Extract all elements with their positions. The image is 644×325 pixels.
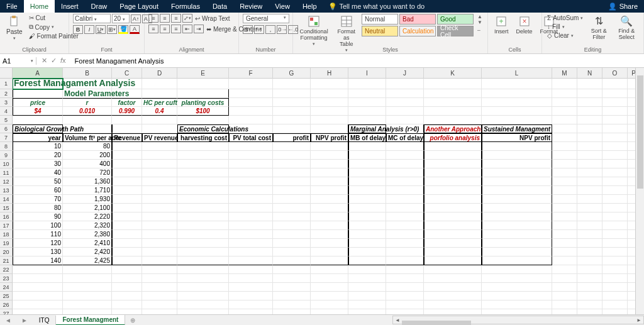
cell-H15[interactable] bbox=[311, 204, 348, 212]
cell-F11[interactable] bbox=[229, 168, 273, 177]
cell-L2[interactable] bbox=[482, 89, 552, 98]
cell-I19[interactable] bbox=[348, 239, 386, 248]
cell-I10[interactable] bbox=[348, 160, 386, 168]
cell-O26[interactable] bbox=[602, 300, 628, 309]
cell-N9[interactable] bbox=[577, 151, 602, 160]
style-good[interactable]: Good bbox=[437, 14, 474, 25]
cell-I23[interactable] bbox=[348, 274, 386, 283]
cell-H3[interactable] bbox=[311, 98, 348, 107]
cell-O3[interactable] bbox=[602, 98, 628, 107]
cell-H4[interactable] bbox=[311, 107, 348, 116]
cell-M2[interactable] bbox=[552, 89, 577, 98]
cell-K10[interactable] bbox=[424, 160, 482, 168]
cell-O27[interactable] bbox=[602, 309, 628, 314]
cell-D4[interactable]: 0.4 bbox=[142, 107, 177, 116]
conditional-formatting-button[interactable]: Conditional Formatting▾ bbox=[297, 14, 331, 48]
orientation-icon[interactable]: ⤢▾ bbox=[182, 14, 192, 23]
cell-C19[interactable] bbox=[112, 239, 142, 248]
col-header-A[interactable]: A bbox=[13, 68, 63, 79]
cell-C9[interactable] bbox=[112, 151, 142, 160]
cell-H5[interactable] bbox=[311, 116, 348, 124]
cell-E25[interactable] bbox=[177, 292, 229, 300]
cell-G12[interactable] bbox=[273, 177, 311, 186]
cell-J14[interactable] bbox=[386, 195, 424, 204]
cell-O13[interactable] bbox=[602, 186, 628, 195]
ribbon-tab-help[interactable]: Help bbox=[296, 0, 323, 13]
cell-M10[interactable] bbox=[552, 160, 577, 168]
cell-K22[interactable] bbox=[424, 265, 482, 274]
cell-C23[interactable] bbox=[112, 274, 142, 283]
fill-button[interactable]: ↓Fill▾ bbox=[546, 23, 584, 31]
cell-N4[interactable] bbox=[577, 107, 602, 116]
cell-A13[interactable]: 60 bbox=[13, 186, 63, 195]
cell-N7[interactable] bbox=[577, 133, 602, 142]
row-header-24[interactable]: 24 bbox=[0, 283, 13, 292]
cell-N6[interactable] bbox=[577, 124, 602, 133]
name-box[interactable]: A1▾ bbox=[0, 57, 36, 65]
cell-A18[interactable]: 110 bbox=[13, 230, 63, 239]
cell-C26[interactable] bbox=[112, 300, 142, 309]
cell-A2[interactable] bbox=[13, 89, 63, 98]
cell-N16[interactable] bbox=[577, 212, 602, 221]
cell-B15[interactable]: 2,100 bbox=[63, 204, 112, 212]
cell-A14[interactable]: 70 bbox=[13, 195, 63, 204]
cell-J17[interactable] bbox=[386, 221, 424, 230]
cell-E7[interactable]: harvesting cost bbox=[177, 133, 229, 142]
cell-B13[interactable]: 1,710 bbox=[63, 186, 112, 195]
cell-I15[interactable] bbox=[348, 204, 386, 212]
cell-B9[interactable]: 200 bbox=[63, 151, 112, 160]
row-header-12[interactable]: 12 bbox=[0, 177, 13, 186]
vertical-scrollbar[interactable] bbox=[635, 68, 644, 314]
cell-M1[interactable] bbox=[552, 79, 577, 89]
cell-B21[interactable]: 2,425 bbox=[63, 256, 112, 265]
cell-K2[interactable] bbox=[424, 89, 482, 98]
cell-C13[interactable] bbox=[112, 186, 142, 195]
cell-G7[interactable]: profit bbox=[273, 133, 311, 142]
cell-G6[interactable] bbox=[273, 124, 311, 133]
cell-C11[interactable] bbox=[112, 168, 142, 177]
cell-C10[interactable] bbox=[112, 160, 142, 168]
find-select-button[interactable]: 🔍Find & Select bbox=[613, 14, 640, 41]
cell-A20[interactable]: 130 bbox=[13, 248, 63, 256]
ribbon-tab-page-layout[interactable]: Page Layout bbox=[113, 0, 165, 13]
cell-F5[interactable] bbox=[229, 116, 273, 124]
cell-J4[interactable] bbox=[386, 107, 424, 116]
insert-cells-button[interactable]: +Insert bbox=[492, 14, 511, 36]
cell-D18[interactable] bbox=[142, 230, 177, 239]
row-header-13[interactable]: 13 bbox=[0, 186, 13, 195]
cell-E2[interactable] bbox=[177, 89, 229, 98]
cell-M4[interactable] bbox=[552, 107, 577, 116]
styles-more-icon[interactable]: ⎯ bbox=[477, 25, 482, 31]
cell-B17[interactable]: 2,320 bbox=[63, 221, 112, 230]
cell-O2[interactable] bbox=[602, 89, 628, 98]
cell-B8[interactable]: 80 bbox=[63, 142, 112, 151]
cell-H17[interactable] bbox=[311, 221, 348, 230]
cell-K15[interactable] bbox=[424, 204, 482, 212]
cell-A23[interactable] bbox=[13, 274, 63, 283]
cell-F2[interactable] bbox=[229, 89, 273, 98]
paste-button[interactable]: Paste▾ bbox=[4, 14, 25, 42]
wrap-text-button[interactable]: ↩Wrap Text bbox=[194, 14, 231, 23]
row-header-16[interactable]: 16 bbox=[0, 212, 13, 221]
ribbon-tab-home[interactable]: Home bbox=[24, 0, 55, 13]
cell-F13[interactable] bbox=[229, 186, 273, 195]
cell-E27[interactable] bbox=[177, 309, 229, 314]
cell-A6[interactable]: Biological Growth Path bbox=[13, 124, 63, 133]
cell-H26[interactable] bbox=[311, 300, 348, 309]
cell-C16[interactable] bbox=[112, 212, 142, 221]
cell-H12[interactable] bbox=[311, 177, 348, 186]
cell-K1[interactable] bbox=[424, 79, 482, 89]
col-header-F[interactable]: F bbox=[229, 68, 273, 79]
cell-N19[interactable] bbox=[577, 239, 602, 248]
cell-C3[interactable]: factor bbox=[112, 98, 142, 107]
cell-I12[interactable] bbox=[348, 177, 386, 186]
sheet-nav-next-icon[interactable]: ► bbox=[16, 317, 33, 324]
underline-button[interactable]: U▾ bbox=[96, 25, 106, 34]
cell-G22[interactable] bbox=[273, 265, 311, 274]
cell-G25[interactable] bbox=[273, 292, 311, 300]
cell-B23[interactable] bbox=[63, 274, 112, 283]
font-color-button[interactable]: A bbox=[130, 25, 140, 34]
cell-F8[interactable] bbox=[229, 142, 273, 151]
cell-O5[interactable] bbox=[602, 116, 628, 124]
cell-L20[interactable] bbox=[482, 248, 552, 256]
